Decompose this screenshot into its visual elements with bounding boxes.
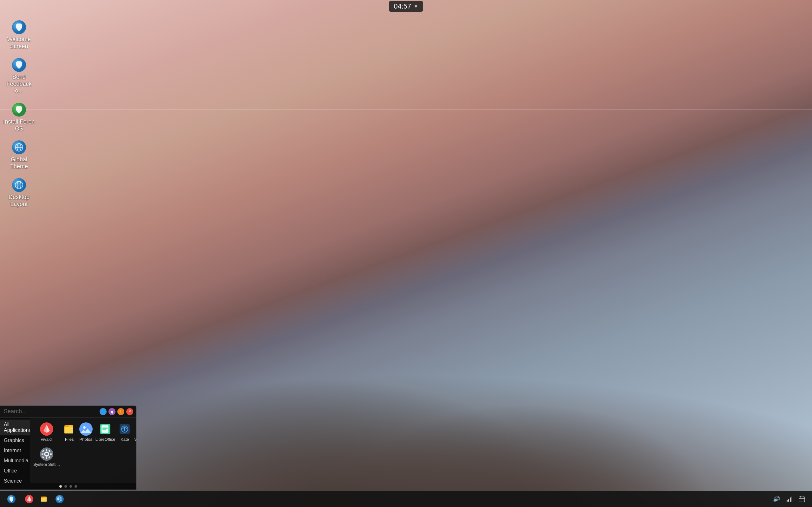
page-dot-3[interactable] xyxy=(69,485,72,488)
svg-rect-50 xyxy=(786,500,788,502)
vlc-label: VLC media pl... xyxy=(134,437,136,442)
top-bar: 04:57 ▼ xyxy=(0,0,812,13)
app-item-libreoffice[interactable]: LibreOffice xyxy=(95,420,116,444)
taskbar-right: 🔊 xyxy=(771,494,807,504)
search-earth-icon[interactable]: 🌐 xyxy=(100,408,107,415)
page-dot-4[interactable] xyxy=(74,485,77,488)
svg-rect-54 xyxy=(799,497,805,502)
desktop-icon-welcome-screen[interactable]: WelcomeScreen xyxy=(0,16,38,54)
desktop-icon-send-feedback[interactable]: SendFeedback o... xyxy=(0,54,38,98)
menu-categories: All Applications Graphics Internet Multi… xyxy=(0,418,30,483)
svg-rect-36 xyxy=(50,453,52,455)
files-icon xyxy=(62,422,77,436)
svg-point-16 xyxy=(83,426,86,429)
vivaldi-label: Vivaldi xyxy=(33,437,60,442)
desktop-icon-global-theme[interactable]: Global Theme xyxy=(0,136,38,174)
files-label: Files xyxy=(62,437,77,442)
desktop-separator xyxy=(0,109,812,110)
clock-time: 04:57 xyxy=(394,2,411,10)
svg-rect-18 xyxy=(101,425,108,433)
category-science-maths[interactable]: Science & Maths xyxy=(0,476,30,483)
libreoffice-icon xyxy=(98,422,112,436)
taskbar-tray: 🔊 xyxy=(771,494,807,504)
page-dot-2[interactable] xyxy=(64,485,67,488)
desktop-icon-install-feren[interactable]: Install FerenOS xyxy=(0,98,38,136)
desktop-icon-desktop-layout[interactable]: DesktopLayout xyxy=(0,174,38,211)
search-close-icon[interactable]: ✕ xyxy=(126,408,133,415)
app-item-vivaldi[interactable]: Vivaldi xyxy=(33,420,61,444)
svg-point-15 xyxy=(79,422,93,436)
clock-dropdown-arrow[interactable]: ▼ xyxy=(414,4,418,9)
welcome-screen-label: WelcomeScreen xyxy=(7,36,31,50)
menu-body: All Applications Graphics Internet Multi… xyxy=(0,418,136,483)
menu-apps: Vivaldi Files xyxy=(30,418,136,483)
svg-rect-51 xyxy=(788,499,789,502)
desktop-layout-label: DesktopLayout xyxy=(9,194,30,208)
kate-label: Kate xyxy=(118,437,132,442)
menu-search-icons: 🌐 q ! ✕ xyxy=(100,408,133,415)
taskbar-app-vivaldi[interactable] xyxy=(23,493,36,505)
svg-rect-14 xyxy=(64,427,73,434)
network-tray-icon[interactable] xyxy=(784,494,794,504)
volume-tray-icon[interactable]: 🔊 xyxy=(771,494,781,504)
libreoffice-label: LibreOffice xyxy=(96,437,115,442)
menu-search-bar: 🌐 q ! ✕ xyxy=(0,406,136,418)
svg-rect-34 xyxy=(46,457,47,459)
svg-rect-33 xyxy=(46,449,47,451)
app-item-system-settings[interactable]: System Setti... xyxy=(33,445,61,469)
system-settings-icon xyxy=(40,447,54,461)
install-feren-label: Install FerenOS xyxy=(3,118,35,132)
svg-rect-35 xyxy=(42,453,44,455)
page-dot-1[interactable] xyxy=(59,485,62,488)
taskbar-app-files[interactable] xyxy=(38,493,51,505)
svg-point-32 xyxy=(45,453,48,455)
desktop-layout-icon xyxy=(11,177,27,193)
send-feedback-label: SendFeedback o... xyxy=(3,74,35,95)
global-theme-icon xyxy=(11,140,27,155)
install-feren-icon xyxy=(11,102,27,117)
photos-icon xyxy=(79,422,93,436)
search-bang-icon[interactable]: ! xyxy=(117,408,124,415)
vivaldi-icon xyxy=(40,422,54,436)
photos-label: Photos xyxy=(79,437,93,442)
clock-widget[interactable]: 04:57 ▼ xyxy=(389,1,423,12)
desktop-icons: WelcomeScreen SendFeedback o... Install … xyxy=(0,16,38,212)
category-all-applications[interactable]: All Applications xyxy=(0,419,30,435)
app-menu: 🌐 q ! ✕ All Applications Graphics Intern… xyxy=(0,406,136,490)
category-multimedia[interactable]: Multimedia xyxy=(0,456,30,466)
category-office[interactable]: Office xyxy=(0,466,30,476)
category-internet[interactable]: Internet xyxy=(0,446,30,456)
menu-pagination xyxy=(0,483,136,490)
svg-rect-53 xyxy=(792,497,792,502)
kate-icon xyxy=(118,422,132,436)
calendar-tray-icon[interactable] xyxy=(797,494,807,504)
app-item-photos[interactable]: Photos xyxy=(78,420,94,444)
global-theme-label: Global Theme xyxy=(3,156,35,170)
search-q-icon[interactable]: q xyxy=(108,408,115,415)
taskbar-start-button[interactable] xyxy=(5,493,18,505)
taskbar-app-feren[interactable] xyxy=(53,493,66,505)
taskbar: 🔊 xyxy=(0,491,812,507)
app-item-vlc[interactable]: VLC media pl... xyxy=(134,420,136,444)
send-feedback-icon xyxy=(11,57,27,72)
svg-rect-45 xyxy=(41,498,47,502)
category-graphics[interactable]: Graphics xyxy=(0,435,30,446)
welcome-screen-icon xyxy=(11,20,27,35)
taskbar-apps xyxy=(23,493,66,505)
app-item-kate[interactable]: Kate xyxy=(117,420,132,444)
app-grid: Vivaldi Files xyxy=(33,420,134,469)
app-item-files[interactable]: Files xyxy=(62,420,77,444)
svg-rect-52 xyxy=(790,498,791,502)
system-settings-label: System Setti... xyxy=(33,462,60,467)
